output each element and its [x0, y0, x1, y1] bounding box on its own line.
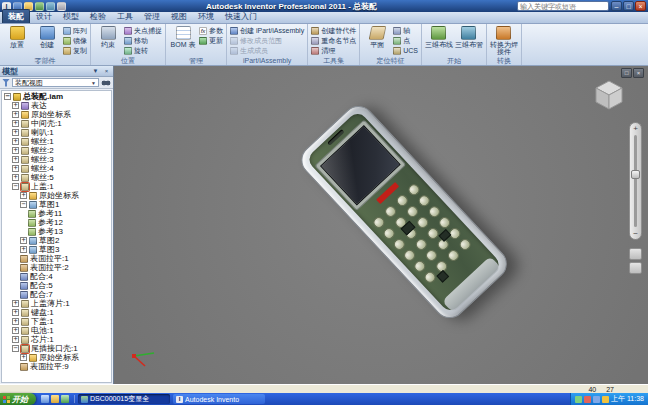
axis-button[interactable]: 轴: [393, 26, 418, 35]
ribbon-tab-设计[interactable]: 设计: [31, 10, 57, 23]
browser-header[interactable]: 模型 ▼ ×: [0, 66, 113, 77]
ribbon-tab-模型[interactable]: 模型: [58, 10, 84, 23]
rename-button[interactable]: 重命名节点: [311, 36, 356, 45]
quick-launch-icon[interactable]: [41, 395, 49, 403]
tree-item[interactable]: −总装配.iam: [4, 92, 111, 101]
ribbon-tab-环境[interactable]: 环境: [193, 10, 219, 23]
maximize-button[interactable]: □: [623, 1, 634, 11]
tree-item[interactable]: +中间壳:1: [4, 119, 111, 128]
grip-snap-button[interactable]: 夹点捕捉: [124, 26, 162, 35]
view-cube[interactable]: [592, 78, 626, 116]
tree-item[interactable]: +螺丝:4: [4, 164, 111, 173]
tray-icon[interactable]: [593, 396, 600, 403]
ribbon-tab-工具[interactable]: 工具: [112, 10, 138, 23]
zoom-out-icon[interactable]: −: [633, 228, 638, 239]
ribbon-tab-检验[interactable]: 检验: [85, 10, 111, 23]
tree-item[interactable]: +螺丝:1: [4, 137, 111, 146]
tree-item[interactable]: +电池:1: [4, 326, 111, 335]
quick-launch-icon[interactable]: [51, 395, 59, 403]
ribbon-tab-管理[interactable]: 管理: [139, 10, 165, 23]
parameters-button[interactable]: fx参数: [199, 26, 223, 35]
doc-close-button[interactable]: ×: [633, 68, 644, 78]
tree-item[interactable]: +下盖:1: [4, 317, 111, 326]
tray-icon[interactable]: [584, 396, 591, 403]
graphics-viewport[interactable]: □ × + −: [114, 66, 648, 384]
tree-item[interactable]: +螺丝:5: [4, 173, 111, 182]
expand-icon[interactable]: +: [12, 138, 19, 145]
collapse-icon[interactable]: −: [20, 201, 27, 208]
piping-button[interactable]: 三维布管: [455, 25, 483, 48]
collapse-icon[interactable]: −: [12, 183, 19, 190]
tree-item[interactable]: +上盖薄片:1: [4, 299, 111, 308]
zoom-slider[interactable]: + −: [629, 122, 642, 240]
tree-item[interactable]: 配合:4: [4, 272, 111, 281]
weldment-button[interactable]: 转换为焊接件: [490, 25, 518, 55]
ribbon-tab-快速入门[interactable]: 快速入门: [220, 10, 262, 23]
substitute-button[interactable]: 创建替代件: [311, 26, 356, 35]
pattern-button[interactable]: 阵列: [63, 26, 87, 35]
expand-icon[interactable]: +: [12, 129, 19, 136]
tree-item[interactable]: +喇叭:1: [4, 128, 111, 137]
close-button[interactable]: ×: [635, 1, 646, 11]
move-button[interactable]: 移动: [124, 36, 162, 45]
expand-icon[interactable]: +: [12, 309, 19, 316]
browser-view-dropdown[interactable]: 装配视图 ▼: [12, 78, 99, 87]
expand-icon[interactable]: +: [12, 102, 19, 109]
expand-icon[interactable]: +: [12, 318, 19, 325]
help-search-input[interactable]: [520, 3, 606, 10]
collapse-icon[interactable]: −: [4, 93, 11, 100]
expand-icon[interactable]: +: [12, 300, 19, 307]
browser-close-icon[interactable]: ×: [102, 68, 111, 74]
point-button[interactable]: 点: [393, 36, 418, 45]
expand-icon[interactable]: +: [20, 354, 27, 361]
bom-button[interactable]: BOM 表: [169, 25, 197, 48]
minimize-button[interactable]: –: [611, 1, 622, 11]
tray-icon[interactable]: [602, 396, 609, 403]
collapse-icon[interactable]: −: [12, 345, 19, 352]
expand-icon[interactable]: +: [12, 174, 19, 181]
expand-icon[interactable]: +: [12, 156, 19, 163]
copy-button[interactable]: 复制: [63, 46, 87, 55]
tree-item[interactable]: 表面拉平:9: [4, 362, 111, 371]
mirror-button[interactable]: 镜像: [63, 36, 87, 45]
phone-assembly-model[interactable]: [295, 99, 513, 324]
tree-item[interactable]: +螺丝:2: [4, 146, 111, 155]
search-icon[interactable]: [101, 79, 111, 87]
place-button[interactable]: 放置: [3, 25, 31, 48]
expand-icon[interactable]: +: [12, 327, 19, 334]
expand-icon[interactable]: +: [20, 192, 27, 199]
tree-item[interactable]: 配合:5: [4, 281, 111, 290]
taskbar-task-inventor[interactable]: IAutodesk Invento: [173, 394, 265, 404]
expand-icon[interactable]: +: [12, 336, 19, 343]
pan-tool-button[interactable]: [629, 248, 642, 260]
doc-restore-button[interactable]: □: [621, 68, 632, 78]
zoom-handle[interactable]: [631, 170, 640, 179]
expand-icon[interactable]: +: [12, 147, 19, 154]
expand-icon[interactable]: +: [12, 111, 19, 118]
filter-icon[interactable]: [2, 79, 10, 87]
tree-item[interactable]: +键盘:1: [4, 308, 111, 317]
tray-icon[interactable]: [575, 396, 582, 403]
quick-launch-icon[interactable]: [61, 395, 69, 403]
browser-dropdown-icon[interactable]: ▼: [91, 68, 100, 74]
ribbon-tab-装配[interactable]: 装配: [2, 9, 30, 23]
expand-icon[interactable]: +: [12, 165, 19, 172]
zoom-track[interactable]: [634, 135, 637, 227]
constrain-button[interactable]: 约束: [94, 25, 122, 48]
rotate-button[interactable]: 旋转: [124, 46, 162, 55]
taskbar-task-photo[interactable]: DSC000015变显全: [78, 394, 170, 404]
expand-icon[interactable]: +: [12, 120, 19, 127]
help-search-box[interactable]: [517, 1, 609, 11]
ribbon-tab-视图[interactable]: 视图: [166, 10, 192, 23]
create-button[interactable]: 创建: [33, 25, 61, 48]
orbit-tool-button[interactable]: [629, 262, 642, 274]
zoom-in-icon[interactable]: +: [633, 123, 638, 134]
cleanup-button[interactable]: 清理: [311, 46, 356, 55]
expand-icon[interactable]: +: [20, 246, 27, 253]
update-button[interactable]: 更新: [199, 36, 223, 45]
ucs-button[interactable]: UCS: [393, 46, 418, 55]
start-button[interactable]: 开始: [0, 393, 36, 405]
plane-button[interactable]: 平面: [363, 25, 391, 48]
ipart-create-button[interactable]: 创建 iPart/iAssembly: [230, 26, 304, 35]
expand-icon[interactable]: +: [20, 237, 27, 244]
